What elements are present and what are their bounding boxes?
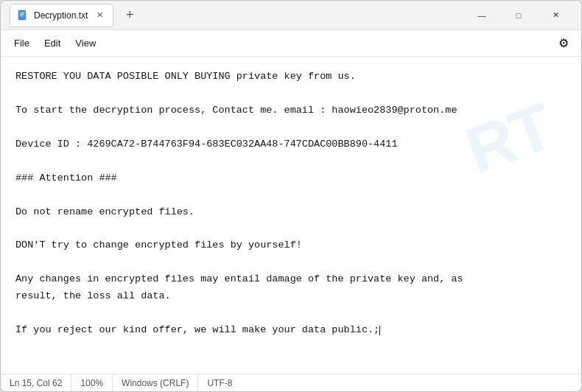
svg-rect-2 (20, 14, 24, 15)
settings-icon[interactable]: ⚙ (552, 32, 575, 55)
view-menu[interactable]: View (68, 35, 103, 52)
title-bar: Decryption.txt ✕ + — □ ✕ (1, 1, 581, 30)
notepad-window: Decryption.txt ✕ + — □ ✕ File Edit View … (0, 0, 582, 392)
close-button[interactable]: ✕ (539, 4, 572, 27)
text-body: RESTORE YOU DATA POSIBLE ONLY BUYING pri… (15, 69, 567, 339)
editor-content[interactable]: RT RESTORE YOU DATA POSIBLE ONLY BUYING … (1, 57, 581, 374)
menu-bar: File Edit View ⚙ (1, 30, 581, 57)
encoding: UTF-8 (198, 374, 241, 391)
zoom-level: 100% (71, 374, 113, 391)
text-cursor (379, 326, 380, 336)
tab-close-button[interactable]: ✕ (94, 10, 105, 21)
svg-rect-1 (20, 13, 24, 13)
svg-rect-3 (20, 15, 23, 16)
window-controls: — □ ✕ (465, 4, 572, 27)
maximize-button[interactable]: □ (502, 4, 536, 27)
title-bar-left: Decryption.txt ✕ + (10, 4, 465, 27)
new-tab-button[interactable]: + (119, 5, 140, 26)
active-tab[interactable]: Decryption.txt ✕ (10, 4, 113, 27)
svg-rect-0 (18, 10, 26, 20)
file-icon (16, 9, 29, 22)
status-bar: Ln 15, Col 62 100% Windows (CRLF) UTF-8 (1, 374, 581, 391)
file-menu[interactable]: File (7, 35, 37, 52)
menu-bar-right: ⚙ (552, 32, 575, 55)
minimize-button[interactable]: — (465, 4, 499, 27)
line-ending: Windows (CRLF) (113, 374, 198, 391)
tab-title: Decryption.txt (34, 10, 88, 21)
edit-menu[interactable]: Edit (37, 35, 68, 52)
line-col-indicator: Ln 15, Col 62 (10, 374, 71, 391)
